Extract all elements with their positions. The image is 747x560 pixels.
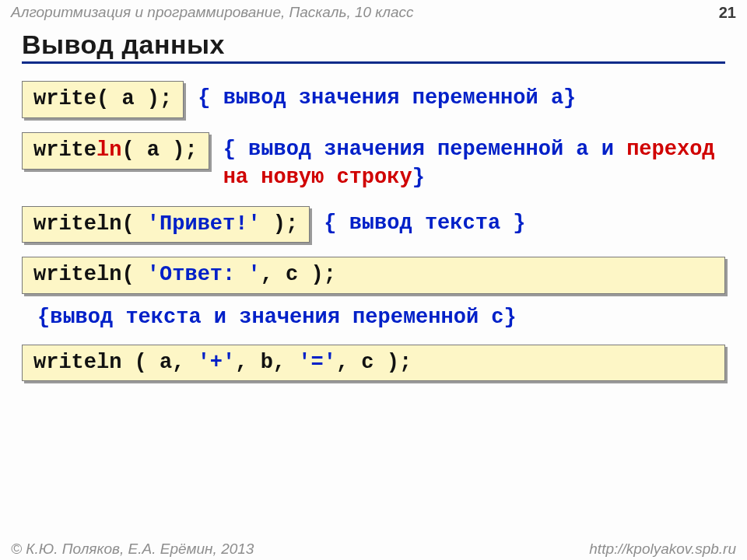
code-box: writeln( 'Привет!' );	[22, 206, 310, 243]
example-row: writeln( 'Привет!' );{ вывод текста }	[22, 206, 725, 243]
code-box: writeln ( a, '+', b, '=', c );	[22, 345, 725, 382]
rows-container: write( a );{ вывод значения переменной a…	[22, 81, 725, 389]
code-box: writeln( a );	[22, 132, 209, 170]
page-number: 21	[719, 4, 736, 25]
code-box: write( a );	[22, 81, 184, 118]
example-row: write( a );{ вывод значения переменной a…	[22, 81, 725, 118]
code-comment: { вывод значения переменной a}	[198, 81, 576, 112]
copyright-text: © К.Ю. Поляков, Е.А. Ерёмин, 2013	[11, 541, 254, 558]
code-comment: { вывод значения переменной a и переход …	[223, 132, 725, 192]
code-box: writeln( 'Ответ: ', c );	[22, 257, 725, 294]
topbar: Алгоритмизация и программирование, Паска…	[0, 0, 747, 25]
example-row: writeln( a );{ вывод значения переменной…	[22, 132, 725, 192]
code-comment: {вывод текста и значения переменной c}	[37, 300, 725, 331]
code-comment: { вывод текста }	[324, 206, 525, 237]
footer: © К.Ю. Поляков, Е.А. Ерёмин, 2013 http:/…	[0, 541, 747, 558]
slide-content: Вывод данных write( a );{ вывод значения…	[0, 25, 747, 389]
slide-title: Вывод данных	[22, 30, 725, 64]
subject-text: Алгоритмизация и программирование, Паска…	[11, 4, 414, 25]
footer-url: http://kpolyakov.spb.ru	[589, 541, 736, 558]
